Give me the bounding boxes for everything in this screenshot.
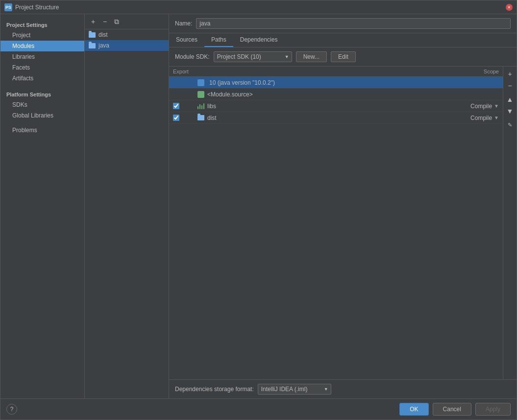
move-up-button[interactable]: ▲ <box>505 94 516 105</box>
ok-button[interactable]: OK <box>399 403 428 416</box>
dep-row-dist[interactable]: dist Compile ▼ <box>169 112 503 124</box>
dep-name-libs: libs <box>197 103 450 110</box>
sdk-select-wrapper: Project SDK (10) <box>214 51 292 62</box>
storage-format-row: Dependencies storage format: IntelliJ ID… <box>169 379 517 398</box>
remove-dep-button[interactable]: − <box>505 80 516 91</box>
folder-icon <box>89 32 96 38</box>
copy-module-button[interactable]: ⧉ <box>111 16 122 27</box>
cancel-button[interactable]: Cancel <box>433 403 471 416</box>
window-title: Project Structure <box>15 4 506 11</box>
dep-side-actions: + − ▲ ▼ ✎ <box>503 67 517 379</box>
window-icon: PS <box>4 3 12 11</box>
close-button[interactable]: ✕ <box>506 4 513 11</box>
dep-export-dist[interactable] <box>173 115 197 121</box>
platform-settings-header: Platform Settings <box>0 88 84 99</box>
sidebar-item-global-libraries[interactable]: Global Libraries <box>0 110 84 121</box>
dep-name-dist: dist <box>197 115 450 121</box>
storage-select-wrapper: IntelliJ IDEA (.iml)Eclipse (.classpath)… <box>258 384 331 395</box>
module-list-item-dist[interactable]: dist <box>85 29 169 40</box>
tab-sources[interactable]: Sources <box>169 33 204 47</box>
apply-button[interactable]: Apply <box>475 403 511 416</box>
module-list-panel: + − ⧉ dist java <box>85 14 169 398</box>
name-input[interactable] <box>196 18 511 29</box>
window-controls: ✕ <box>506 4 513 11</box>
edit-sdk-button[interactable]: Edit <box>331 51 356 62</box>
sidebar-item-libraries[interactable]: Libraries <box>0 51 84 62</box>
storage-label: Dependencies storage format: <box>175 386 254 393</box>
dep-scope-dist: Compile ▼ <box>450 115 499 121</box>
dep-rows: 10 (java version "10.0.2") <Module.sourc… <box>169 77 503 379</box>
dep-scope-libs: Compile ▼ <box>450 103 499 110</box>
sidebar-item-facets[interactable]: Facets <box>0 62 84 73</box>
sidebar-item-problems[interactable]: Problems <box>0 125 84 136</box>
sidebar-item-sdks[interactable]: SDKs <box>0 99 84 110</box>
dialog-content: Project Settings Project Modules Librari… <box>0 14 517 398</box>
sdk-icon <box>197 79 204 86</box>
dialog-footer: ? OK Cancel Apply <box>0 398 517 420</box>
remove-module-button[interactable]: − <box>99 16 110 27</box>
dep-export-libs[interactable] <box>173 103 197 109</box>
dep-name-module-source: <Module.source> <box>197 91 450 98</box>
dist-checkbox[interactable] <box>173 115 179 121</box>
dep-row-module-source[interactable]: <Module.source> <box>169 89 503 100</box>
sdk-label: Module SDK: <box>175 53 210 60</box>
sidebar-item-modules[interactable]: Modules <box>0 41 84 51</box>
new-sdk-button[interactable]: New... <box>296 51 327 62</box>
col-export: Export <box>173 69 197 74</box>
module-list-item-java[interactable]: java <box>85 40 169 51</box>
dependency-table-container: Export Scope 10 (java version " <box>169 67 517 379</box>
libs-checkbox[interactable] <box>173 103 179 109</box>
dep-row-libs[interactable]: libs Compile ▼ <box>169 100 503 112</box>
add-dep-button[interactable]: + <box>505 69 516 79</box>
name-row: Name: <box>169 14 517 33</box>
storage-select[interactable]: IntelliJ IDEA (.iml)Eclipse (.classpath)… <box>258 384 331 395</box>
dep-row-sdk[interactable]: 10 (java version "10.0.2") <box>169 77 503 89</box>
module-list-toolbar: + − ⧉ <box>85 14 169 29</box>
tab-dependencies[interactable]: Dependencies <box>233 33 285 47</box>
col-scope: Scope <box>450 69 499 74</box>
dependency-table: Export Scope 10 (java version " <box>169 67 503 379</box>
dep-table-header: Export Scope <box>169 67 503 77</box>
title-bar: PS Project Structure ✕ <box>0 0 517 14</box>
project-settings-header: Project Settings <box>0 18 84 30</box>
project-structure-dialog: PS Project Structure ✕ Project Settings … <box>0 0 517 420</box>
scope-dropdown-libs[interactable]: ▼ <box>494 103 499 109</box>
sdk-select[interactable]: Project SDK (10) <box>214 51 292 62</box>
add-module-button[interactable]: + <box>88 16 98 27</box>
sidebar-item-artifacts[interactable]: Artifacts <box>0 73 84 84</box>
folder-icon <box>89 43 96 48</box>
dependencies-panel: Module SDK: Project SDK (10) New... Edit… <box>169 47 517 398</box>
main-panel: Name: Sources Paths Dependencies Mo <box>169 14 517 398</box>
module-tabs: Sources Paths Dependencies <box>169 33 517 47</box>
dist-folder-icon <box>197 115 204 120</box>
edit-dep-button[interactable]: ✎ <box>505 119 516 130</box>
name-label: Name: <box>175 20 192 27</box>
sdk-row: Module SDK: Project SDK (10) New... Edit <box>169 47 517 67</box>
help-button[interactable]: ? <box>6 404 17 415</box>
module-source-icon <box>197 91 204 98</box>
sidebar-item-project[interactable]: Project <box>0 30 84 41</box>
move-down-button[interactable]: ▼ <box>505 106 516 117</box>
scope-dropdown-dist[interactable]: ▼ <box>494 115 499 120</box>
dep-name-sdk: 10 (java version "10.0.2") <box>197 79 450 86</box>
bars-icon <box>197 103 204 109</box>
tab-paths[interactable]: Paths <box>204 33 233 47</box>
sidebar: Project Settings Project Modules Librari… <box>0 14 85 398</box>
